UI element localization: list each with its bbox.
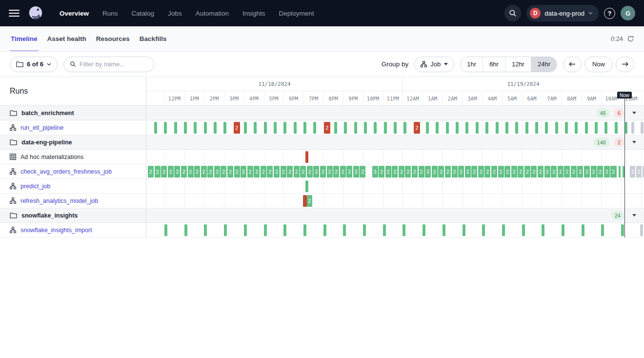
run-bar-success[interactable]: 2 — [524, 166, 530, 178]
run-bar-success[interactable]: 2 — [425, 166, 431, 178]
run-bar-failure[interactable]: 2 — [324, 122, 330, 134]
run-bar-success[interactable] — [334, 122, 337, 134]
run-bar-queued[interactable] — [641, 122, 644, 134]
run-bar-queued[interactable]: 2 — [636, 166, 642, 178]
search-button[interactable] — [504, 5, 521, 21]
run-bar-success[interactable]: 2 — [412, 166, 418, 178]
run-bar-success[interactable]: 2 — [478, 166, 484, 178]
timeline-now-button[interactable]: Now — [584, 57, 613, 72]
run-bar-success[interactable] — [476, 122, 479, 134]
run-bar-success[interactable]: 2 — [504, 166, 510, 178]
run-bar-failure[interactable]: 2 — [414, 122, 420, 134]
row-label[interactable]: predict_job — [20, 183, 50, 190]
run-bar-success[interactable]: 2 — [247, 166, 253, 178]
run-bar-success[interactable]: 2 — [214, 166, 220, 178]
run-bar-success[interactable]: 2 — [227, 166, 233, 178]
run-bar-success[interactable]: 2 — [405, 166, 411, 178]
run-bar-queued[interactable]: 2 — [630, 166, 635, 178]
run-bar-success[interactable]: 2 — [333, 166, 339, 178]
run-bar-success[interactable]: 2 — [353, 166, 359, 178]
run-bar-success[interactable] — [305, 180, 308, 192]
expand-caret-icon[interactable] — [632, 141, 636, 143]
run-bar-success[interactable]: 2 — [538, 166, 543, 178]
run-bar-success[interactable]: 2 — [432, 166, 438, 178]
run-bar-success[interactable] — [383, 224, 386, 236]
run-bar-success[interactable] — [522, 224, 525, 236]
run-bar-success[interactable]: 2 — [498, 166, 504, 178]
run-bar-success[interactable]: 2 — [340, 166, 346, 178]
run-bar-success[interactable] — [174, 122, 177, 134]
run-bar-success[interactable]: 2 — [551, 166, 557, 178]
run-bar-success[interactable] — [264, 122, 267, 134]
run-bar-queued[interactable] — [631, 122, 634, 134]
run-bar-success[interactable]: 2 — [445, 166, 451, 178]
group-by-select[interactable]: Job — [414, 57, 454, 72]
run-bar-failure[interactable]: 2 — [234, 122, 240, 134]
run-bar-success[interactable]: 2 — [261, 166, 266, 178]
row-label[interactable]: run_etl_pipeline — [20, 124, 63, 131]
run-bar-success[interactable] — [535, 122, 538, 134]
job-row-snowflake-insights-import[interactable]: snowflake_insights_import — [0, 223, 146, 238]
run-bar-success[interactable] — [426, 122, 429, 134]
job-row-check-avg-orders-freshness-job[interactable]: check_avg_orders_freshness_job — [0, 164, 146, 179]
run-bar-success[interactable]: 2 — [604, 166, 610, 178]
nav-item-deployment[interactable]: Deployment — [272, 10, 321, 17]
run-bar-success[interactable] — [615, 122, 618, 134]
run-bar-success[interactable] — [482, 224, 485, 236]
range-12hr[interactable]: 12hr — [505, 57, 531, 72]
run-bar-success[interactable]: 2 — [194, 166, 200, 178]
run-bar-success[interactable] — [555, 122, 558, 134]
row-label[interactable]: check_avg_orders_freshness_job — [20, 168, 112, 175]
run-bar-success[interactable] — [354, 122, 357, 134]
run-bar-success[interactable] — [575, 122, 578, 134]
range-6hr[interactable]: 6hr — [483, 57, 505, 72]
run-bar-success[interactable]: 2 — [346, 166, 352, 178]
range-24hr[interactable]: 24hr — [531, 57, 557, 72]
run-bar-success[interactable] — [364, 122, 367, 134]
row-label[interactable]: snowflake_insights_import — [20, 227, 92, 234]
run-bar-success[interactable] — [154, 122, 157, 134]
run-bar-success[interactable]: 2 — [360, 166, 365, 178]
run-bar-success[interactable]: 3 — [372, 166, 378, 178]
tab-asset-health[interactable]: Asset health — [46, 26, 87, 51]
run-bar-success[interactable]: 2 — [591, 166, 597, 178]
run-bar-success[interactable] — [542, 224, 544, 236]
run-bar-success[interactable] — [565, 122, 568, 134]
run-bar-success[interactable]: 2 — [438, 166, 444, 178]
run-bar-success[interactable] — [525, 122, 528, 134]
run-bar-success[interactable] — [562, 224, 564, 236]
run-bar-success[interactable] — [283, 122, 286, 134]
run-bar-success[interactable]: 2 — [518, 166, 523, 178]
run-bar-success[interactable]: 2 — [511, 166, 517, 178]
run-bar-success[interactable]: 2 — [174, 166, 180, 178]
run-bar-success[interactable]: 2 — [558, 166, 564, 178]
run-bar-success[interactable] — [443, 224, 445, 236]
run-bar-success[interactable]: 2 — [313, 166, 319, 178]
run-bar-success[interactable]: 2 — [571, 166, 577, 178]
run-bar-success[interactable] — [374, 122, 377, 134]
job-row-refresh-analytics-model-job[interactable]: refresh_analytics_model_job — [0, 194, 146, 208]
run-bar-success[interactable] — [344, 122, 347, 134]
run-bar-success[interactable] — [403, 122, 406, 134]
run-bar-success[interactable] — [485, 122, 488, 134]
expand-caret-icon[interactable] — [632, 112, 636, 114]
run-bar-success[interactable]: 2 — [281, 166, 286, 178]
help-icon[interactable]: ? — [604, 8, 615, 19]
expand-caret-icon[interactable] — [632, 214, 636, 217]
run-bar-success[interactable]: 2 — [597, 166, 603, 178]
run-bar-success[interactable] — [582, 224, 584, 236]
run-bar-success[interactable] — [244, 224, 247, 236]
run-bar-success[interactable]: 2 — [307, 195, 312, 207]
run-bar-success[interactable] — [463, 224, 465, 236]
run-bar-success[interactable] — [214, 122, 217, 134]
tab-resources[interactable]: Resources — [95, 26, 131, 51]
run-bar-success[interactable]: 2 — [392, 166, 398, 178]
run-bar-success[interactable] — [274, 122, 277, 134]
run-bar-failure[interactable] — [305, 151, 308, 163]
run-bar-success[interactable] — [394, 122, 397, 134]
run-bar-success[interactable] — [595, 122, 598, 134]
nav-item-jobs[interactable]: Jobs — [161, 10, 189, 17]
run-bar-success[interactable] — [601, 224, 604, 236]
run-bar-success[interactable] — [505, 122, 508, 134]
refresh-icon[interactable] — [627, 35, 634, 42]
